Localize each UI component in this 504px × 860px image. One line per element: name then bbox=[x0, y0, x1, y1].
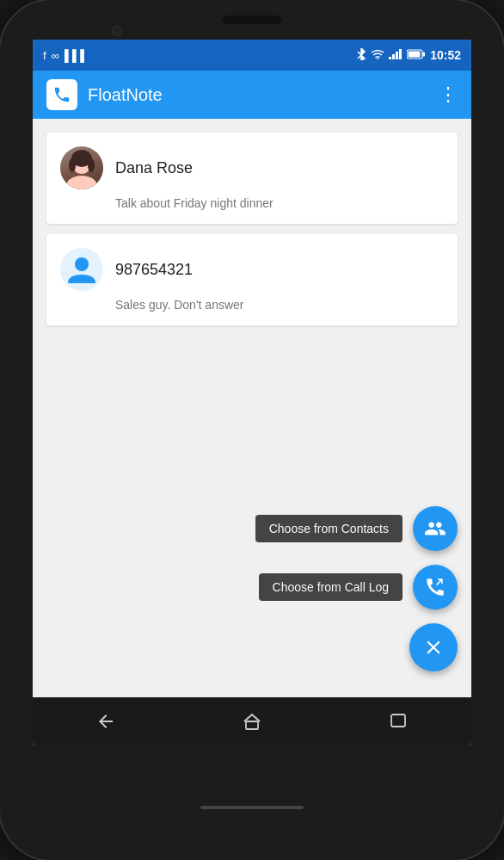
svg-point-14 bbox=[66, 176, 97, 189]
svg-rect-4 bbox=[392, 54, 395, 59]
contact-name-unknown: 987654321 bbox=[115, 261, 193, 279]
contact-header-dana: Dana Rose bbox=[60, 146, 444, 189]
fab-calllog-button[interactable] bbox=[413, 565, 458, 609]
wifi-icon bbox=[371, 49, 384, 62]
phone-screen: f ∞ ▌▌▌ bbox=[33, 40, 471, 746]
front-camera bbox=[112, 26, 122, 36]
fab-contacts-button[interactable] bbox=[413, 506, 458, 551]
svg-rect-8 bbox=[423, 52, 426, 56]
svg-rect-17 bbox=[391, 715, 405, 727]
more-options-icon[interactable]: ⋮ bbox=[439, 84, 458, 106]
status-time: 10:52 bbox=[430, 48, 461, 62]
nav-home-button[interactable] bbox=[226, 704, 278, 739]
nav-back-button[interactable] bbox=[80, 704, 132, 739]
app-title: FloatNote bbox=[88, 85, 439, 105]
status-bar-left: f ∞ ▌▌▌ bbox=[43, 49, 89, 62]
status-bar: f ∞ ▌▌▌ bbox=[33, 40, 471, 71]
facebook-icon: f bbox=[43, 49, 46, 62]
fab-close-button[interactable] bbox=[409, 623, 458, 671]
fab-row-calllog: Choose from Call Log bbox=[259, 565, 458, 609]
home-indicator bbox=[200, 806, 304, 809]
contact-note-unknown: Sales guy. Don't answer bbox=[115, 298, 444, 312]
avatar-dana bbox=[60, 146, 103, 189]
status-bar-right: 10:52 bbox=[356, 48, 461, 63]
signal-bars-icon: ▌▌▌ bbox=[65, 49, 89, 62]
fab-area: Choose from Contacts Choose from Call Lo… bbox=[255, 506, 458, 671]
contact-card-unknown[interactable]: 987654321 Sales guy. Don't answer bbox=[46, 234, 458, 325]
phone-bottom bbox=[200, 746, 304, 860]
phone-top bbox=[0, 0, 504, 31]
voicemail-icon: ∞ bbox=[52, 49, 59, 62]
avatar-unknown bbox=[60, 248, 103, 291]
fab-contacts-label[interactable]: Choose from Contacts bbox=[255, 515, 403, 542]
fab-calllog-label[interactable]: Choose from Call Log bbox=[259, 573, 403, 601]
svg-point-2 bbox=[377, 58, 378, 59]
svg-rect-3 bbox=[389, 57, 391, 59]
fab-row-contacts: Choose from Contacts bbox=[255, 506, 458, 551]
contact-card-dana[interactable]: Dana Rose Talk about Friday night dinner bbox=[46, 133, 458, 224]
cell-signal-icon bbox=[389, 49, 403, 62]
bluetooth-icon bbox=[356, 48, 366, 63]
svg-point-12 bbox=[69, 158, 76, 172]
contact-note-dana: Talk about Friday night dinner bbox=[115, 196, 444, 210]
contact-header-unknown: 987654321 bbox=[60, 248, 444, 291]
app-bar: FloatNote ⋮ bbox=[33, 71, 471, 119]
svg-rect-6 bbox=[399, 49, 402, 59]
svg-point-15 bbox=[75, 257, 89, 271]
phone-frame: f ∞ ▌▌▌ bbox=[0, 0, 504, 860]
svg-rect-5 bbox=[396, 52, 398, 59]
battery-icon bbox=[407, 49, 426, 62]
phone-speaker bbox=[222, 15, 282, 24]
app-logo bbox=[46, 79, 77, 110]
svg-rect-9 bbox=[409, 51, 421, 57]
contact-name-dana: Dana Rose bbox=[115, 159, 193, 177]
nav-recent-button[interactable] bbox=[372, 704, 424, 739]
main-content: Dana Rose Talk about Friday night dinner bbox=[33, 119, 471, 697]
nav-bar bbox=[33, 697, 471, 746]
svg-rect-16 bbox=[246, 721, 258, 729]
svg-point-13 bbox=[88, 158, 95, 172]
